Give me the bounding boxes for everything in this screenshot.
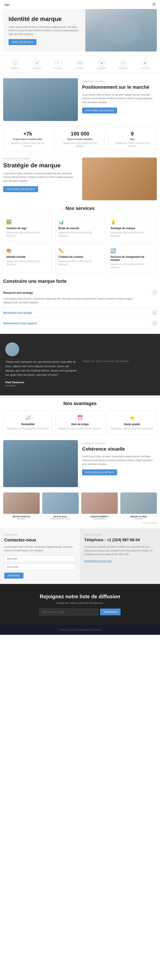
service-icon-2: 📊: [59, 220, 101, 224]
newsletter-desc[interactable]: Sample text. Click to select the Text El…: [5, 602, 155, 604]
contact-email-link[interactable]: exemple@exemple.com: [84, 560, 112, 563]
strategy-image: [82, 158, 157, 200]
icon-1: ◯: [12, 59, 19, 66]
service-desc-4[interactable]: Sample text. Click to select the Text El…: [6, 260, 49, 266]
contact-left: CONTACTEZ Contactez-nous Lorem ipsum dol…: [0, 528, 80, 584]
newsletter-form: S'ABONNER: [40, 609, 120, 616]
icon-item-2[interactable]: ⊡ CONTENT: [32, 59, 41, 69]
contact-right-label: APPELEZ-NOUS: [84, 534, 156, 536]
service-card-5: ✏️ Création du contenu Sample text. Clic…: [55, 244, 105, 273]
visual-image: [3, 440, 78, 487]
advantage-desc-3[interactable]: Sample text. Click to select the Text El…: [111, 427, 154, 430]
team-card-4: DENISE CLARKE Secrétaire: [120, 492, 157, 520]
icon-label-3: CONTENT: [54, 67, 63, 69]
hero-image-svg: [86, 9, 157, 51]
services-title: Nos services: [3, 205, 157, 211]
advantage-name-1: Rentabilité: [6, 423, 49, 426]
icon-item-4[interactable]: ◎ CONTENT: [76, 59, 84, 69]
contact-left-title: Contactez-nous: [4, 538, 76, 542]
service-card-4: 🎨 Identité visuelle Sample text. Click t…: [3, 244, 53, 273]
contact-email-input[interactable]: [4, 564, 76, 570]
team-name-2: MATTIE BALL: [42, 515, 79, 518]
accordion-item-2: Wireframe and design +: [3, 307, 157, 318]
stats-row: +7k Projets dans le monde entier Sample …: [3, 126, 157, 152]
about-section: À PROPOS DE NOUS Positionnement sur le m…: [3, 78, 157, 121]
stat-label-2: Dans le monde satisfaits: [59, 138, 101, 140]
hero-section: Identité de marque Lorem ipsum dolor sit…: [3, 9, 157, 51]
contact-section: CONTACTEZ Contactez-nous Lorem ipsum dol…: [0, 528, 160, 584]
service-name-2: Étude de marché: [59, 227, 101, 230]
advantage-name-3: Haute qualité: [111, 423, 154, 426]
icon-item-3[interactable]: ✓ CONTENT: [54, 59, 63, 69]
advantages-grid: 📈 Rentabilité Sample text. Click to sele…: [3, 410, 157, 435]
icon-4: ◎: [77, 59, 83, 66]
team-role-1: Secrétaire: [3, 518, 40, 520]
nav-logo: logo: [4, 3, 10, 6]
service-name-5: Création du contenu: [59, 255, 101, 258]
about-cta-button[interactable]: EXPLORER LES DÉTAILS: [82, 108, 117, 113]
newsletter-input[interactable]: [40, 609, 98, 616]
service-card-2: 📊 Étude de marché Sample text. Click to …: [55, 215, 105, 242]
service-name-4: Identité visuelle: [6, 255, 49, 258]
accordion-toggle-2[interactable]: +: [152, 310, 157, 315]
strategy-section: CE QUE NOUS FAISONS Stratégie de marque …: [3, 158, 157, 200]
strategy-text: CE QUE NOUS FAISONS Stratégie de marque …: [3, 158, 78, 200]
services-section: Nos services 🖼️ Création de logo Sample …: [3, 205, 157, 273]
testimonial-section: "Neque porro quisquam est, qua dolorem i…: [0, 334, 160, 395]
team-photo-2: [42, 492, 79, 514]
visual-cta-button[interactable]: EXPLORER LES DÉTAILS: [82, 469, 117, 476]
contact-name-input[interactable]: [4, 555, 76, 562]
stat-number-2: 100 000: [59, 131, 101, 137]
service-desc-6[interactable]: Sample text. Click to select the Text El…: [111, 262, 154, 269]
team-grid: BETSIE NORTON Secrétaire MATTIE BALL Res…: [3, 492, 157, 520]
contact-submit-button[interactable]: ENVOYER: [4, 573, 24, 579]
icon-label-6: CONTENT: [119, 67, 128, 69]
service-desc-3[interactable]: Sample text. Click to select the Text El…: [111, 231, 154, 237]
stat-number-3: 9: [111, 131, 154, 137]
icon-item-5[interactable]: ⊞ CONTENT: [97, 59, 106, 69]
contact-right-title: Téléphone : +1 (324) 987-56-54: [84, 538, 156, 542]
stat-card-2: 100 000 Dans le monde satisfaits Sample …: [55, 126, 105, 152]
testimonial-extra[interactable]: Sample text. Click to select the Text El…: [82, 360, 155, 363]
team-photo-3: [81, 492, 118, 514]
testimonial-avatar: [5, 342, 19, 356]
service-name-1: Création de logo: [6, 227, 49, 230]
stat-desc-1[interactable]: Sample text. Click to select the Text El…: [6, 142, 49, 148]
icon-item-1[interactable]: ◯ CONTENT: [11, 59, 20, 69]
accordion-item-1: Research and strategy − Lorem ipsum dolo…: [3, 288, 157, 307]
icon-item-6[interactable]: ⚡ CONTENT: [119, 59, 128, 69]
advantage-desc-2[interactable]: Sample text. Click to select the Text El…: [59, 427, 101, 430]
service-icon-6: 🔄: [111, 248, 154, 253]
accordion-toggle-3[interactable]: +: [152, 321, 157, 325]
nav-menu-icon[interactable]: ☰: [152, 2, 156, 7]
team-section: BETSIE NORTON Secrétaire MATTIE BALL Res…: [3, 492, 157, 520]
navbar: logo ☰: [0, 0, 160, 9]
newsletter-submit-button[interactable]: S'ABONNER: [100, 609, 120, 616]
advantages-title: Nos avantages: [3, 401, 157, 406]
testimonial-role: Secrétaire: [5, 384, 78, 387]
hero-description: Lorem ipsum dolor sit amet, consectetur …: [8, 25, 80, 36]
team-name-3: JENNIE ROBERTS: [81, 515, 118, 518]
icon-3: ✓: [55, 59, 62, 66]
stat-desc-2[interactable]: Sample text. Click to select the Text El…: [59, 142, 101, 148]
service-name-3: Stratégie de marque: [111, 227, 154, 230]
stat-desc-3[interactable]: Sample text. Click to select the Text El…: [111, 142, 154, 148]
visual-label: À PROPOS DE NOUS: [82, 442, 157, 444]
icon-item-7[interactable]: ⊟ CONTENT: [140, 59, 149, 69]
icon-6: ⚡: [120, 59, 127, 66]
testimonial-right: Sample text. Click to select the Text El…: [82, 342, 155, 363]
accordion-toggle-1[interactable]: −: [152, 291, 157, 295]
service-desc-1[interactable]: Sample text. Click to select the Text El…: [6, 231, 49, 237]
icon-label-5: CONTENT: [97, 67, 106, 69]
advantage-desc-1[interactable]: Sample text. Click to select the Text El…: [6, 427, 49, 430]
advantage-icon-2: ⏰: [59, 415, 101, 421]
service-desc-5[interactable]: Sample text. Click to select the Text El…: [59, 260, 101, 266]
advantage-icon-1: 📈: [6, 415, 49, 421]
strategy-cta-button[interactable]: EXPLORER LES DÉTAILS: [3, 186, 38, 192]
footer-text: © Conçu par • Click to select the Text E…: [4, 628, 156, 632]
newsletter-title: Rejoignez notre liste de diffusion: [5, 593, 155, 600]
icon-row: ◯ CONTENT ⊡ CONTENT ✓ CONTENT ◎ CONTENT …: [0, 56, 160, 73]
hero-cta-button[interactable]: VOIR LES DÉTAILS: [8, 39, 36, 45]
icon-5: ⊞: [98, 59, 105, 66]
service-desc-2[interactable]: Sample text. Click to select the Text El…: [59, 231, 101, 237]
